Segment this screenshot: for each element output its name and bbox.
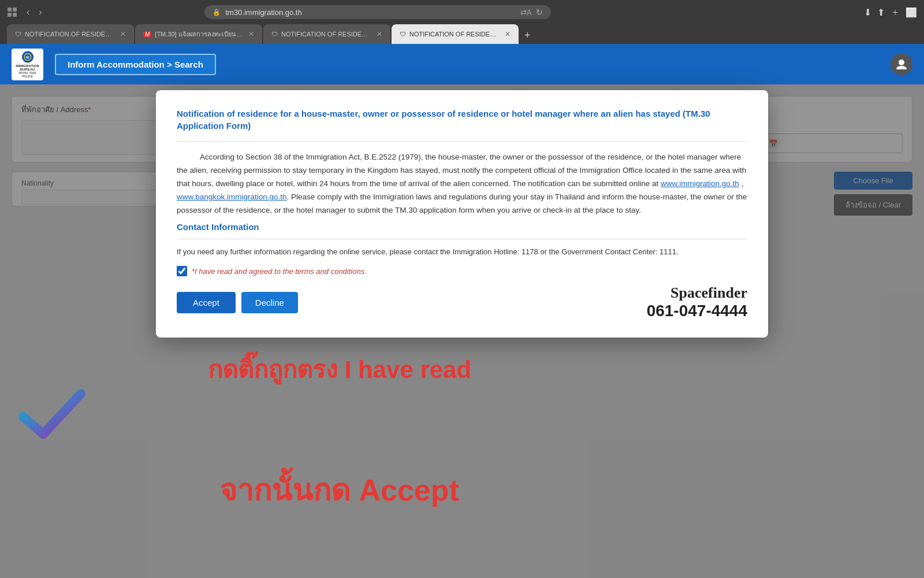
breadcrumb-button[interactable]: Inform Accommodation > Search [55,54,216,75]
user-avatar[interactable] [891,53,912,75]
tab-3[interactable]: 🛡 NOTIFICATION OF RESIDENCE FOR FOREIGNE… [392,24,519,44]
bangkok-link[interactable]: www.bangkok.immigration.go.th [177,192,287,201]
window-controls [7,7,17,17]
spacefinder-name: Spacefinder [647,284,747,302]
tab-1-icon: M [143,31,151,38]
tab-0-label: NOTIFICATION OF RESIDENCE FOR FOREIGNERS [25,31,114,38]
lock-icon: 🔒 [213,9,221,16]
browser-top-bar: ‹ › 🔒 tm30.immigration.go.th ⇄A ↻ ⬇ ⬆ ＋ … [0,0,924,24]
checkbox-label[interactable]: *I have read and agreed to the terms and… [192,267,367,276]
nav-buttons: ‹ › [23,6,46,18]
svg-rect-1 [13,8,17,12]
logo-text-1: IMMIGRATION BUREAU [14,64,41,71]
svg-point-7 [899,60,904,65]
decline-button[interactable]: Decline [241,292,298,313]
app-header: IB IMMIGRATION BUREAU ROYAL THAI POLICE … [0,44,924,84]
sidebar-toggle-icon[interactable] [7,7,17,17]
svg-text:IB: IB [26,55,29,58]
reload-icon[interactable]: ↻ [536,8,543,17]
new-tab-icon[interactable]: ＋ [891,6,900,18]
logo-text-2: ROYAL THAI POLICE [14,71,41,78]
back-button[interactable]: ‹ [23,6,33,18]
contact-info-title: Contact Information [177,222,747,232]
modal-body: According to Section 38 of the Immigrati… [177,151,747,217]
checkbox-row: *I have read and agreed to the terms and… [177,266,747,276]
tab-2-close[interactable]: ✕ [377,30,382,38]
tab-0-close[interactable]: ✕ [120,30,126,38]
tab-2-label: NOTIFICATION OF RESIDENCE FOR FOREIGNERS [281,31,371,38]
browser-actions: ⬇ ⬆ ＋ ⬜ [864,6,917,18]
modal-buttons: Accept Decline [177,292,298,313]
modal-divider-1 [177,141,747,142]
tab-1-close[interactable]: ✕ [248,30,254,38]
translate-icon: ⇄A [520,8,532,17]
share-icon[interactable]: ⬆ [877,7,885,18]
window-icon[interactable]: ⬜ [906,7,917,18]
tab-3-label: NOTIFICATION OF RESIDENCE FOR FOREIGNERS [409,31,499,38]
tab-1-label: [TM.30] แจ้งผลการลงทะเบียน ม.30 (Registe… [155,29,243,39]
modal-footer: Accept Decline Spacefinder 061-047-4444 [177,284,747,320]
forward-button[interactable]: › [35,6,45,18]
svg-rect-0 [8,8,12,12]
tab-0[interactable]: 🛡 NOTIFICATION OF RESIDENCE FOR FOREIGNE… [7,24,134,44]
tab-0-icon: 🛡 [15,31,21,38]
svg-rect-2 [8,13,12,17]
logo-area: IB IMMIGRATION BUREAU ROYAL THAI POLICE [12,49,43,80]
accept-button[interactable]: Accept [177,292,236,313]
tab-3-icon: 🛡 [400,31,406,38]
tab-3-close[interactable]: ✕ [505,30,511,38]
tab-2-icon: 🛡 [271,31,278,38]
main-content: ที่พักอาศัย / Address* วันที่แจ้งข้อมูล … [0,84,924,578]
tab-2[interactable]: 🛡 NOTIFICATION OF RESIDENCE FOR FOREIGNE… [263,24,390,44]
url-text: tm30.immigration.go.th [225,8,301,17]
contact-text: If you need any further information rega… [177,246,747,258]
svg-rect-3 [13,13,17,17]
user-icon [895,58,908,71]
new-tab-button[interactable]: + [520,27,535,44]
immigration-logo: IB IMMIGRATION BUREAU ROYAL THAI POLICE [12,49,43,80]
modal-divider-2 [177,239,747,239]
spacefinder-phone: 061-047-4444 [647,302,747,320]
logo-icon: IB [17,51,38,63]
terms-checkbox[interactable] [177,266,187,276]
modal-dialog: Notification of residence for a house-ma… [156,90,768,338]
tab-1[interactable]: M [TM.30] แจ้งผลการลงทะเบียน ม.30 (Regis… [135,24,262,44]
download-icon[interactable]: ⬇ [864,7,871,18]
immigration-link[interactable]: www.immigration.go.th [661,179,739,188]
spacefinder-info: Spacefinder 061-047-4444 [647,284,747,320]
modal-title: Notification of residence for a house-ma… [177,108,747,132]
browser-chrome: ‹ › 🔒 tm30.immigration.go.th ⇄A ↻ ⬇ ⬆ ＋ … [0,0,924,44]
address-bar[interactable]: 🔒 tm30.immigration.go.th ⇄A ↻ [204,5,551,19]
browser-tabs: 🛡 NOTIFICATION OF RESIDENCE FOR FOREIGNE… [0,24,924,44]
modal-overlay: Notification of residence for a house-ma… [0,84,924,578]
